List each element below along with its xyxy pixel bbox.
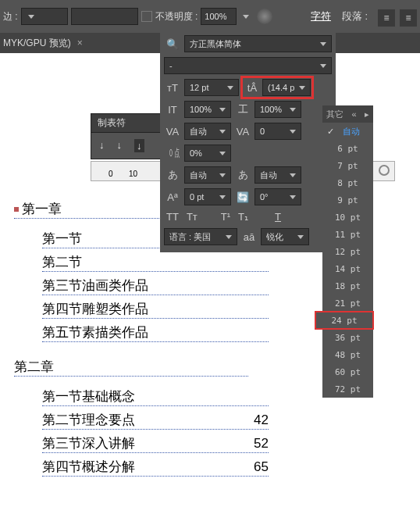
toc-item[interactable]: 第四节概述分解65	[42, 458, 269, 477]
dropdown-item[interactable]: 24 pt	[315, 312, 373, 329]
chevron-down-icon	[320, 64, 326, 68]
opacity-label: 不透明度 :	[155, 10, 198, 23]
subscript-icon[interactable]: T₁	[238, 211, 248, 223]
aki-right-select[interactable]: 自动	[254, 166, 301, 184]
tabstops-header[interactable]: 制表符	[91, 114, 160, 133]
dropdown-item[interactable]: 48 pt	[322, 346, 373, 363]
toc-item[interactable]: 第三节油画类作品	[42, 277, 269, 295]
tsume-icon: ㍘	[164, 145, 181, 162]
font-style-select[interactable]: -	[164, 57, 332, 74]
toc-item[interactable]: 第二节理念要点42	[42, 411, 269, 430]
hscale-icon: 工	[234, 101, 251, 118]
toc-item[interactable]: 第五节素描类作品	[42, 323, 269, 342]
language-select[interactable]: 语言 : 美国	[164, 228, 237, 245]
type-style-row: TT Tт T¹ T₁ T	[160, 208, 336, 226]
chevron-down-icon	[299, 86, 305, 90]
toc-item[interactable]: 第一节基础概念	[42, 387, 269, 406]
align-center-icon[interactable]: ≡	[400, 9, 417, 27]
font-size-icon: тT	[164, 79, 181, 96]
stroke-select[interactable]	[21, 8, 68, 25]
dropdown-item[interactable]: 60 pt	[322, 363, 373, 380]
dropdown-item[interactable]: 6 pt	[322, 140, 373, 157]
tabstops-panel: 制表符 ↓ ↓ ↓	[91, 113, 161, 159]
toc-chapter-2[interactable]: 第二章	[14, 358, 248, 377]
toc-item[interactable]: 第三节深入讲解52	[42, 434, 269, 453]
close-icon[interactable]: ▸	[365, 109, 369, 120]
font-size-select[interactable]: 12 pt	[184, 79, 239, 96]
aki-right-icon: あ	[234, 166, 251, 184]
doc-title: MYK/GPU 预览)	[3, 37, 71, 50]
panel-tabs: 字符 段落 :	[311, 9, 368, 23]
dropdown-item[interactable]: 72 pt	[322, 380, 373, 398]
baseline-select[interactable]: 0 pt	[184, 188, 231, 205]
leading-select[interactable]: (14.4 p	[262, 79, 311, 96]
character-panel: 🔍 方正黑体简体 - тT 12 pt tÂ (14.4 p IT 100% 工…	[160, 33, 336, 252]
dropdown-item[interactable]: 8 pt	[322, 174, 373, 191]
options-bar: 边 : 不透明度 : 字符 段落 : ≡ ≡	[0, 0, 420, 33]
globe-icon[interactable]	[257, 9, 272, 24]
kerning-select[interactable]: 自动	[184, 123, 231, 140]
baseline-shift-icon: Aª	[164, 188, 181, 205]
tsume-select[interactable]: 0%	[184, 145, 231, 162]
document-tab[interactable]: MYK/GPU 预览) ×	[3, 37, 83, 50]
para-align-buttons: ≡ ≡	[378, 9, 417, 27]
dropdown-header-label: 其它	[326, 109, 343, 120]
collapse-icon[interactable]: «	[351, 109, 356, 119]
tracking-icon: VA	[234, 123, 251, 140]
vscale-select[interactable]: 100%	[184, 101, 231, 118]
dropdown-item[interactable]: 9 pt	[322, 191, 373, 209]
aki-left-icon: あ	[164, 166, 181, 184]
smallcaps-icon[interactable]: Tт	[187, 211, 198, 223]
stroke-label: 边 :	[3, 10, 18, 23]
toc-item[interactable]: 第四节雕塑类作品	[42, 300, 269, 319]
swatch-icon[interactable]	[141, 11, 152, 22]
check-icon: ✓	[327, 127, 334, 137]
ruler-mark: 0	[109, 170, 113, 178]
dropdown-item[interactable]: 11 pt	[322, 226, 373, 243]
allcaps-icon[interactable]: TT	[166, 211, 179, 223]
magnet-icon[interactable]	[379, 165, 390, 176]
close-icon[interactable]: ×	[77, 37, 83, 48]
vscale-icon: IT	[164, 101, 181, 118]
toc-item[interactable]: 第二节	[42, 253, 269, 272]
dropdown-item[interactable]: 36 pt	[322, 329, 373, 346]
dropdown-item[interactable]: 12 pt	[322, 243, 373, 260]
underline-icon[interactable]: T	[275, 211, 281, 223]
tab-right-icon[interactable]: ↓	[134, 139, 144, 152]
superscript-icon[interactable]: T¹	[221, 211, 230, 223]
dropdown-header: 其它 « ▸	[322, 105, 373, 123]
align-left-icon[interactable]: ≡	[378, 9, 395, 27]
dropdown-item-auto[interactable]: ✓自动	[322, 123, 373, 140]
hscale-select[interactable]: 100%	[254, 101, 301, 118]
tab-paragraph[interactable]: 段落 :	[342, 9, 368, 23]
rotation-select[interactable]: 0°	[254, 188, 301, 205]
char-rotate-icon: 🔄	[234, 188, 251, 205]
field-1[interactable]	[71, 8, 138, 25]
antialias-icon: aā	[240, 228, 258, 245]
font-family-select[interactable]: 方正黑体简体	[184, 35, 332, 52]
chevron-down-icon	[28, 15, 34, 19]
search-icon[interactable]: 🔍	[164, 35, 181, 52]
dropdown-item[interactable]: 7 pt	[322, 157, 373, 174]
tab-left-icon[interactable]: ↓	[99, 139, 105, 152]
opacity-input[interactable]	[201, 8, 237, 25]
dropdown-item[interactable]: 14 pt	[322, 260, 373, 277]
tab-character[interactable]: 字符	[311, 9, 331, 23]
chevron-down-icon	[227, 86, 233, 90]
antialias-select[interactable]: 锐化	[261, 228, 309, 245]
kerning-icon: VA	[164, 123, 181, 140]
dropdown-item[interactable]: 10 pt	[322, 209, 373, 226]
tab-center-icon[interactable]: ↓	[117, 139, 123, 152]
tracking-select[interactable]: 0	[254, 123, 301, 140]
chevron-down-icon	[320, 42, 326, 46]
aki-left-select[interactable]: 自动	[184, 166, 231, 184]
ruler-mark: 10	[129, 170, 137, 178]
dropdown-item[interactable]: 21 pt	[322, 295, 373, 312]
chevron-down-icon[interactable]	[243, 15, 249, 19]
dropdown-item[interactable]: 18 pt	[322, 277, 373, 295]
leading-icon: tÂ	[244, 79, 261, 96]
leading-dropdown[interactable]: ✓自动 6 pt7 pt8 pt9 pt10 pt11 pt12 pt14 pt…	[322, 123, 373, 398]
